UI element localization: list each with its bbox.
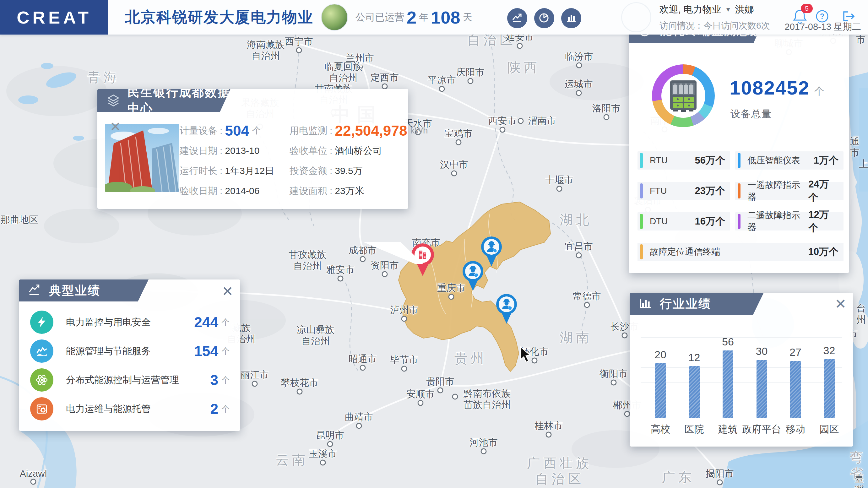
map-label: 渭南市 xyxy=(528,115,556,127)
perf-close-button[interactable]: ✕ xyxy=(222,284,233,298)
city-dot xyxy=(481,449,487,454)
field-label: 运行时长 xyxy=(180,164,217,177)
device-color-bar xyxy=(640,214,643,229)
map-label: 臺灣 xyxy=(855,473,864,488)
map-label: 云南 xyxy=(276,452,308,468)
weekday-text: 星期二 xyxy=(834,22,861,32)
city-dot xyxy=(360,256,366,262)
city-dot xyxy=(448,294,455,300)
welcome-text: 欢迎, 电力物业 xyxy=(659,3,721,16)
map-label: 十堰市 xyxy=(545,174,574,186)
device-row: 一遥故障指示器24万个 xyxy=(735,182,843,200)
map-label: 运城市 xyxy=(565,79,593,90)
city-dot xyxy=(327,441,333,447)
map-label: 揭阳市 xyxy=(706,468,734,479)
city-dot xyxy=(418,400,424,406)
map-label: 河池市 xyxy=(469,437,498,448)
city-dot xyxy=(252,381,258,387)
device-value: 16万个 xyxy=(695,215,725,228)
user-avatar[interactable] xyxy=(621,2,651,32)
map-label: 广东 xyxy=(662,469,695,485)
city-dot xyxy=(382,271,388,277)
line-chart-button[interactable] xyxy=(507,8,527,28)
map-label: 成都市 xyxy=(349,245,377,256)
city-dot xyxy=(518,118,524,124)
chart-bar xyxy=(790,361,801,418)
field-label: 建设日期 xyxy=(180,145,217,157)
performance-item: 电力监控与用电安全244个 xyxy=(30,308,231,337)
map-label: 玉溪市 xyxy=(309,448,337,459)
map-label: 平凉市 xyxy=(428,74,456,86)
device-row: 故障定位通信终端10万个 xyxy=(638,243,843,261)
industry-bar-chart: 20高校12医院56建筑30政府平台27移动32园区 xyxy=(630,293,853,447)
company-avatar xyxy=(321,4,348,31)
city-dot xyxy=(611,380,617,386)
operating-days: 108 xyxy=(431,7,460,28)
bar-chart-button[interactable] xyxy=(561,8,581,28)
city-dot xyxy=(30,479,36,485)
chart-bar-value: 20 xyxy=(646,348,675,361)
performance-count: 244 xyxy=(194,314,218,331)
date-text: 2017-08-13 xyxy=(785,22,831,32)
top-header: CREAT 北京科锐研发大厦电力物业 公司已运营 2 年 108 天 xyxy=(0,0,868,34)
field-value: 1年3月12日 xyxy=(225,164,274,177)
map-label: 衡阳市 xyxy=(599,368,628,379)
svg-text:?: ? xyxy=(820,12,825,21)
map-label: 西宁市 xyxy=(285,36,313,47)
field-label: 验收日期 xyxy=(180,185,217,197)
city-dot xyxy=(452,394,458,400)
map-label: 贵阳市 xyxy=(426,376,455,387)
performance-unit: 个 xyxy=(221,317,231,328)
map-label: 资阳市 xyxy=(371,260,399,271)
trend-line-icon xyxy=(28,283,42,298)
device-total-unit: 个 xyxy=(814,85,824,98)
popup-close-button[interactable]: ✕ xyxy=(110,120,121,133)
site-field: 建设面积:23万米 xyxy=(289,182,405,200)
city-dot xyxy=(338,276,344,282)
field-colon: : xyxy=(220,186,222,196)
device-row: 二遥故障指示器12万个 xyxy=(735,212,843,231)
map-label: 台州 xyxy=(857,303,866,325)
map-label: 黔南布依族 苗族自治州 xyxy=(464,388,510,410)
industry-close-button[interactable]: ✕ xyxy=(835,297,846,311)
site-photo xyxy=(105,124,179,192)
device-color-bar xyxy=(738,153,741,168)
worker-pin-blue[interactable] xyxy=(495,293,519,326)
chart-gridline xyxy=(641,398,842,398)
worker-pin-blue[interactable] xyxy=(461,260,485,293)
device-name: DTU xyxy=(650,216,668,226)
map-label: Aizawl xyxy=(20,468,47,479)
notification-badge: 5 xyxy=(801,4,813,13)
device-name: 故障定位通信终端 xyxy=(650,246,720,258)
city-dot xyxy=(500,127,505,133)
map-label: 常德市 xyxy=(573,291,601,302)
pie-chart-button[interactable] xyxy=(534,8,554,28)
chart-bar-value: 30 xyxy=(748,345,776,357)
layers-icon xyxy=(106,93,121,108)
device-row: FTU23万个 xyxy=(638,182,730,200)
map-label: 昆明市 xyxy=(316,430,344,441)
site-info-popup: 民生银行成都数据中心 ✕ 计量设备:504个用电监测:22,504,978kWh… xyxy=(97,89,408,209)
device-value: 23万个 xyxy=(695,184,725,197)
device-value: 56万个 xyxy=(695,154,725,167)
map-label: 凉山彝族 自治州 xyxy=(297,324,335,347)
bolt-icon xyxy=(30,311,53,334)
device-name: 一遥故障指示器 xyxy=(747,179,808,203)
years-unit: 年 xyxy=(419,11,428,24)
city-dot xyxy=(297,389,303,395)
device-value: 1万个 xyxy=(814,154,838,167)
user-welcome-line[interactable]: 欢迎, 电力物业 ▼ 洪娜 xyxy=(659,3,770,16)
line-chart-icon xyxy=(512,12,523,25)
chart-gridline xyxy=(641,418,842,418)
map-label: 攀枝花市 xyxy=(281,377,318,389)
map-label: 西安市 xyxy=(488,115,517,127)
chart-gridline xyxy=(641,367,842,368)
map-label: 宜昌市 xyxy=(565,241,593,252)
device-value: 24万个 xyxy=(808,178,838,204)
popup-header: 民生银行成都数据中心 xyxy=(97,89,230,112)
city-dot xyxy=(546,432,552,438)
device-name: 低压智能仪表 xyxy=(747,154,800,166)
device-color-bar xyxy=(738,214,741,229)
map-label: 上 xyxy=(859,158,868,170)
device-color-bar xyxy=(640,153,643,168)
